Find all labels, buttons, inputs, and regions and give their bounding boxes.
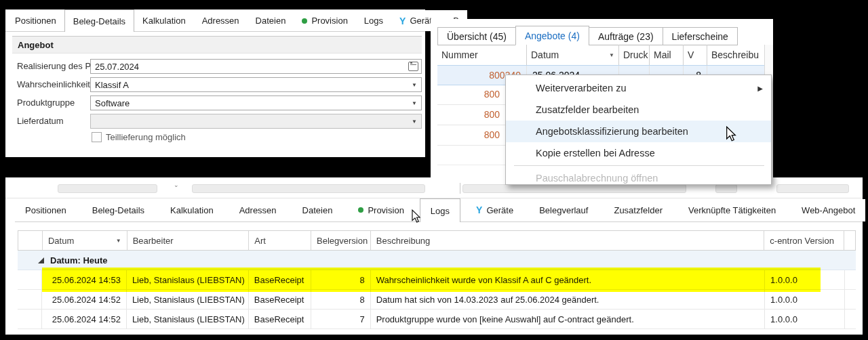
tab-logs[interactable]: Logs: [356, 10, 391, 31]
column-header-datum[interactable]: Datum▼: [43, 231, 127, 250]
tab-geraete[interactable]: YGeräte: [466, 199, 524, 221]
tab-label: Provision: [368, 205, 403, 215]
tab-provision[interactable]: Provision: [348, 199, 414, 221]
column-label: Datum: [48, 236, 74, 246]
menu-item-weiterverarbeiten[interactable]: Weiterverarbeiten zu ▶: [506, 77, 771, 99]
tab-positionen[interactable]: Positionen: [15, 199, 77, 221]
cell-beschreibung: Produktgruppe wurde von [keine Auswahl] …: [371, 310, 765, 328]
tab-auftraege[interactable]: Aufträge (23): [589, 27, 663, 45]
tab-verknuepfte-taetigkeiten[interactable]: Verknüpfte Tätigkeiten: [678, 199, 786, 221]
produktgruppe-select[interactable]: Software ▼: [90, 95, 422, 110]
tab-adressen[interactable]: Adressen: [194, 10, 248, 31]
tab-kalkulation[interactable]: Kalkulation: [134, 10, 194, 31]
log-row-highlighted[interactable]: 25.06.2024 14:53 Lieb, Stanislaus (LIEBS…: [18, 270, 856, 290]
column-header-beschreibung[interactable]: Beschreibung: [371, 231, 764, 250]
column-header-beschreibung[interactable]: Beschreibu: [707, 45, 765, 65]
teillieferung-checkbox[interactable]: [92, 132, 102, 142]
column-header-belegversion[interactable]: Belegversion: [311, 231, 371, 250]
tab-web-angebot[interactable]: Web-Angebot: [791, 199, 865, 221]
column-label: Datum: [531, 49, 559, 60]
lieferdatum-select: ▼: [90, 114, 422, 129]
cell-datum: 25.06.2024 14:52: [42, 310, 127, 328]
column-header-druck[interactable]: Druck: [619, 45, 650, 65]
tab-angebote[interactable]: Angebote (4): [515, 26, 589, 45]
tab-label: Adressen: [202, 16, 239, 26]
tab-label: Dateien: [302, 205, 333, 215]
tab-beleg-details[interactable]: Beleg-Details: [64, 9, 134, 32]
column-label: Beschreibung: [376, 236, 431, 246]
calendar-icon[interactable]: [408, 62, 418, 71]
tab-belegverlauf[interactable]: Belegverlauf: [529, 199, 598, 221]
tab-label: Provision: [311, 16, 347, 26]
cell-nummer: 800: [437, 125, 505, 145]
tab-provision[interactable]: Provision: [294, 10, 355, 31]
tab-label: Belegverlauf: [539, 205, 588, 215]
cell-beschreibung: Wahrscheinlichkeit wurde von Klassif A a…: [371, 270, 765, 289]
group-expand-icon[interactable]: [38, 257, 44, 263]
mouse-cursor-icon: [724, 126, 738, 142]
logs-tabbar: Positionen Beleg-Details Kalkulation Adr…: [15, 198, 863, 222]
cell-filler: [845, 290, 856, 309]
tab-label: Lieferscheine: [672, 31, 728, 42]
table-row[interactable]: 800: [437, 84, 505, 105]
cell-art: BaseReceipt: [249, 270, 311, 289]
wahrscheinlichkeit-select[interactable]: Klassif A ▼: [90, 77, 422, 92]
row-indicator: [18, 290, 42, 309]
tab-label: Angebote (4): [525, 30, 580, 41]
tab-kalkulation[interactable]: Kalkulation: [160, 199, 224, 221]
tab-adressen[interactable]: Adressen: [229, 199, 287, 221]
dropdown-arrow-icon[interactable]: ▼: [412, 100, 417, 106]
clipped-control: [462, 184, 686, 193]
column-header-datum[interactable]: Datum▼: [527, 45, 619, 65]
column-header-mail[interactable]: Mail: [650, 45, 684, 65]
cell-belegversion: 7: [311, 310, 371, 328]
menu-item-label: Zusatzfelder bearbeiten: [536, 104, 639, 115]
beleg-tabbar: Positionen Beleg-Details Kalkulation Adr…: [5, 9, 425, 32]
menu-item-label: Angebotsklassifizierung bearbeiten: [536, 126, 688, 137]
tab-dateien[interactable]: Dateien: [248, 10, 294, 31]
cell-bearbeiter: Lieb, Stanislaus (LIEBSTAN): [127, 270, 249, 289]
clipped-control: [776, 184, 849, 193]
column-header-bearbeiter[interactable]: Bearbeiter: [127, 231, 250, 250]
table-row[interactable]: 800: [437, 104, 505, 125]
tab-logs[interactable]: Logs: [420, 198, 460, 222]
realisierung-date-field[interactable]: 25.07.2024: [90, 59, 422, 74]
tab-dateien[interactable]: Dateien: [292, 199, 343, 221]
tab-zusatzfelder[interactable]: Zusatzfelder: [604, 199, 673, 221]
column-header-v[interactable]: V: [684, 45, 707, 65]
group-title: Angebot: [18, 40, 54, 50]
menu-item-pauschalabrechnung: Pauschalabrechnung öffnen: [506, 167, 771, 185]
column-label: Druck: [623, 49, 648, 60]
tab-uebersicht[interactable]: Übersicht (45): [437, 27, 516, 45]
field-value: Klassif A: [95, 80, 129, 90]
column-label: c-entron Version: [770, 236, 834, 246]
cell-art: BaseReceipt: [249, 310, 311, 328]
column-header-art[interactable]: Art: [249, 231, 311, 250]
table-row[interactable]: 800: [437, 125, 505, 146]
cell-art: BaseReceipt: [249, 290, 311, 309]
tab-label: Verknüpfte Tätigkeiten: [688, 205, 776, 215]
dropdown-arrow-icon[interactable]: ▼: [412, 82, 417, 88]
column-header-version[interactable]: c-entron Version: [764, 231, 844, 250]
log-row[interactable]: 25.06.2024 14:52 Lieb, Stanislaus (LIEBS…: [18, 310, 856, 329]
group-row-datum-heute[interactable]: Datum: Heute: [18, 251, 856, 270]
tab-lieferscheine[interactable]: Lieferscheine: [663, 27, 738, 45]
tab-label: Logs: [431, 206, 450, 216]
field-label-lieferdatum: Lieferdatum: [17, 116, 64, 126]
row-indicator-header: [18, 231, 43, 250]
cell-datum: 25.06.2024 14:52: [42, 290, 127, 309]
menu-item-kopie-erstellen[interactable]: Kopie erstellen bei Adresse: [506, 142, 771, 164]
cell-nummer: 800: [437, 84, 505, 104]
tab-positionen[interactable]: Positionen: [7, 10, 64, 31]
cell-belegversion: 8: [311, 290, 371, 309]
column-header-nummer[interactable]: Nummer: [437, 45, 527, 65]
field-label-wahrscheinlichkeit: Wahrscheinlichkeit: [17, 79, 90, 89]
log-row[interactable]: 25.06.2024 14:52 Lieb, Stanislaus (LIEBS…: [18, 290, 856, 310]
angebote-tabbar: Übersicht (45) Angebote (4) Aufträge (23…: [437, 26, 773, 45]
provision-status-icon: [302, 18, 307, 24]
group-row-label: Datum: Heute: [50, 255, 108, 265]
column-header-filler: [844, 231, 855, 250]
menu-item-zusatzfelder[interactable]: Zusatzfelder bearbeiten: [506, 99, 771, 121]
tab-beleg-details[interactable]: Beleg-Details: [82, 199, 155, 221]
tab-label: Logs: [364, 16, 383, 26]
